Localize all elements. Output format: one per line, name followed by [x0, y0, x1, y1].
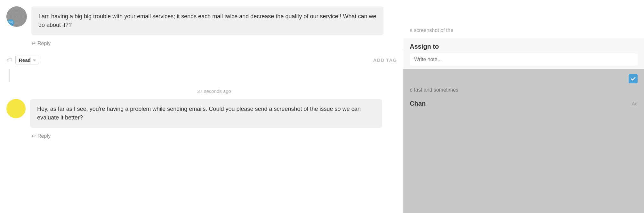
assign-to-section: Assign to: [403, 38, 644, 69]
reply-icon-1: ↩: [31, 40, 36, 46]
assign-to-label: Assign to: [410, 43, 638, 50]
message-2-bubble: Hey, as far as I see, you're having a pr…: [30, 99, 382, 128]
reply-label-2: Reply: [37, 133, 51, 139]
checkmark-icon: [631, 76, 636, 81]
right-sidebar: a screenshot of the Assign to o fast and…: [403, 0, 644, 213]
tag-icon: 🏷: [6, 57, 12, 63]
checkbox-row: [410, 74, 638, 83]
tags-row: 🏷 Read × ADD TAG: [0, 51, 403, 69]
message-1-bubble: I am having a big big trouble with your …: [31, 6, 383, 35]
reply-button-2[interactable]: ↩ Reply: [31, 132, 397, 140]
message-2-text: Hey, as far as I see, you're having a pr…: [37, 106, 361, 121]
sidebar-top: a screenshot of the: [403, 0, 644, 38]
avatar-1: [6, 6, 27, 27]
message-2-container: 37 seconds ago Hey, as far as I see, you…: [0, 82, 403, 143]
write-note-input[interactable]: [410, 53, 638, 66]
sidebar-bottom-row: Chan Ad: [410, 97, 638, 111]
checkbox-blue[interactable]: [629, 74, 638, 83]
timeline-line: [9, 69, 10, 82]
avatar-2: [6, 99, 26, 118]
ad-label: Ad: [632, 101, 638, 106]
sidebar-middle: o fast and sometimes Chan Ad: [403, 69, 644, 213]
read-tag: Read ×: [15, 56, 39, 64]
chat-panel: I am having a big big trouble with your …: [0, 0, 403, 213]
tag-close-button[interactable]: ×: [33, 58, 36, 62]
chan-label: Chan: [410, 100, 426, 107]
mail-badge: [7, 19, 14, 26]
message-2-row: Hey, as far as I see, you're having a pr…: [6, 99, 397, 128]
add-tag-label: ADD TAG: [373, 57, 397, 63]
sidebar-top-text: a screenshot of the: [410, 28, 453, 33]
tags-left: 🏷 Read ×: [6, 56, 39, 64]
reply-icon-2: ↩: [31, 133, 36, 139]
message-1-row: I am having a big big trouble with your …: [6, 6, 397, 35]
add-tag-button[interactable]: ADD TAG: [373, 57, 397, 63]
message-1-text: I am having a big big trouble with your …: [38, 13, 376, 28]
reply-button-1[interactable]: ↩ Reply: [31, 39, 397, 48]
tag-name: Read: [19, 57, 31, 63]
message-2-timestamp: 37 seconds ago: [31, 88, 397, 94]
mail-icon: [9, 21, 12, 25]
message-1-container: I am having a big big trouble with your …: [0, 0, 403, 51]
reply-label-1: Reply: [37, 41, 51, 46]
sidebar-middle-text: o fast and sometimes: [410, 87, 638, 93]
